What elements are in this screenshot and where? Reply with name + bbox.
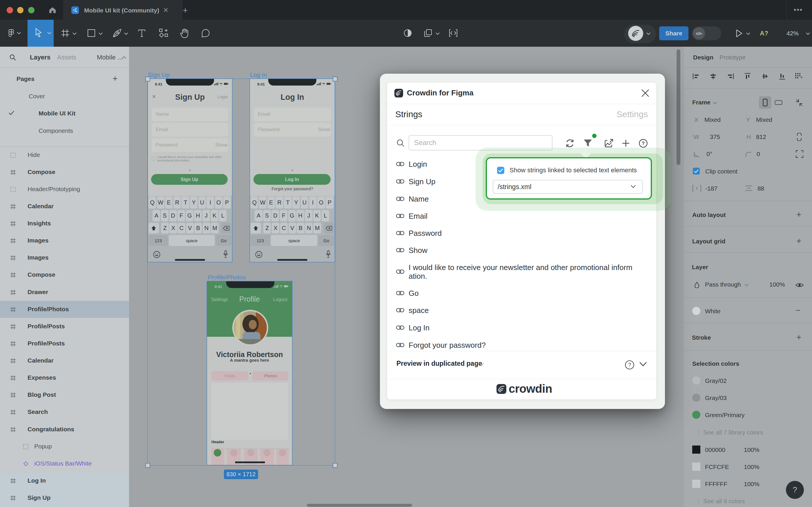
svg-text:?: ? xyxy=(628,362,631,368)
svg-text:?: ? xyxy=(642,141,645,146)
